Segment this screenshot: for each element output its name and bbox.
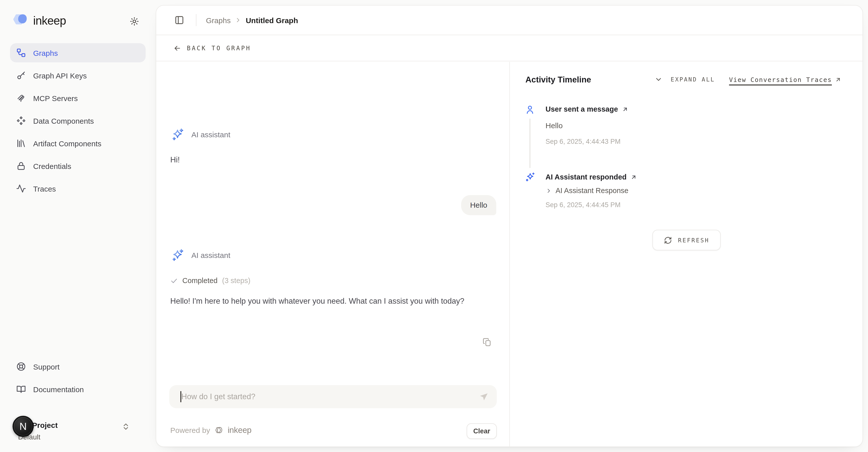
assistant-message: Hi! — [170, 156, 180, 164]
sidebar-item-documentation[interactable]: Documentation — [10, 379, 146, 399]
user-message-bubble: Hello — [461, 195, 496, 215]
sidebar-item-graph-api-keys[interactable]: Graph API Keys — [10, 66, 146, 85]
copy-button[interactable] — [481, 336, 493, 348]
component-icon — [16, 116, 26, 126]
inkeep-mark-icon — [214, 425, 223, 435]
sidebar-item-label: Graphs — [33, 49, 58, 57]
entry-title-text: User sent a message — [546, 105, 618, 113]
nextjs-dev-badge[interactable]: N — [12, 416, 34, 437]
sidebar-item-label: Traces — [33, 184, 56, 193]
back-to-graph-label: BACK TO GRAPH — [187, 45, 251, 52]
send-icon — [478, 391, 490, 403]
sidebar-item-support[interactable]: Support — [10, 357, 146, 376]
powered-by-brand: inkeep — [227, 425, 251, 435]
timeline-entry-timestamp: Sep 6, 2025, 4:44:43 PM — [546, 138, 621, 145]
timeline-entry-body: Hello — [546, 121, 563, 130]
breadcrumb-graphs[interactable]: Graphs — [206, 16, 230, 24]
content-columns: AI assistant Hi! Hello — [156, 62, 863, 448]
panel-left-icon — [174, 15, 184, 25]
life-buoy-icon — [16, 362, 26, 372]
inkeep-logo-mark-icon — [12, 13, 29, 28]
assistant-message-header: AI assistant — [171, 248, 230, 262]
arrow-up-right-icon — [622, 106, 629, 112]
project-switcher[interactable]: Default Project N — [0, 411, 156, 443]
powered-by[interactable]: Powered by inkeep — [170, 425, 251, 435]
timeline-entry-title[interactable]: AI Assistant responded — [546, 173, 637, 181]
assistant-label: AI assistant — [191, 130, 230, 139]
refresh-label: REFRESH — [678, 236, 710, 244]
avatar-letter: N — [20, 421, 27, 432]
arrow-left-icon — [173, 44, 181, 52]
status-steps: (3 steps) — [222, 277, 250, 285]
clear-button[interactable]: Clear — [467, 423, 497, 439]
view-traces-label: View Conversation Traces — [729, 76, 832, 83]
sidebar-item-label: Graph API Keys — [33, 71, 87, 80]
library-icon — [16, 138, 26, 148]
arrow-up-right-icon — [631, 174, 637, 180]
timeline-entry-title[interactable]: User sent a message — [546, 105, 629, 113]
project-label: Project — [32, 421, 58, 429]
copy-icon — [482, 337, 492, 347]
timeline-header-actions: EXPAND ALL View Conversation Traces — [654, 76, 841, 83]
sidebar-item-data-components[interactable]: Data Components — [10, 111, 146, 130]
sparkles-avatar-icon — [171, 128, 185, 141]
header-divider — [196, 14, 196, 26]
timeline-entry-timestamp: Sep 6, 2025, 4:44:45 PM — [546, 201, 621, 209]
sidebar-item-mcp-servers[interactable]: MCP Servers — [10, 88, 146, 108]
breadcrumb: Graphs Untitled Graph — [206, 16, 298, 24]
sun-icon — [129, 16, 139, 26]
refresh-button[interactable]: REFRESH — [652, 230, 721, 250]
assistant-response-expander[interactable]: AI Assistant Response — [546, 187, 628, 195]
view-conversation-traces-link[interactable]: View Conversation Traces — [729, 76, 841, 83]
assistant-label: AI assistant — [191, 251, 230, 259]
chat-input[interactable] — [169, 385, 497, 408]
sidebar-item-graphs[interactable]: Graphs — [10, 43, 146, 62]
book-open-icon — [16, 384, 26, 394]
sidebar-item-label: Support — [33, 362, 60, 371]
arrow-up-right-icon — [835, 76, 841, 83]
assistant-message: Hello! I'm here to help you with whateve… — [170, 294, 499, 308]
send-button[interactable] — [478, 391, 490, 403]
workflow-icon — [16, 48, 26, 58]
app-root: inkeep Graphs — [0, 0, 868, 452]
lock-icon — [16, 161, 26, 171]
timeline-title: Activity Timeline — [525, 75, 591, 84]
user-icon — [525, 105, 535, 115]
sidebar-item-traces[interactable]: Traces — [10, 179, 146, 198]
check-icon — [170, 277, 178, 284]
breadcrumb-header: Graphs Untitled Graph — [156, 5, 863, 35]
activity-timeline-panel: Activity Timeline EXPAND ALL View Conver… — [510, 62, 864, 448]
powered-by-label: Powered by — [170, 426, 210, 434]
mcp-icon — [16, 93, 26, 103]
sidebar-item-label: MCP Servers — [33, 94, 78, 102]
back-to-graph-button[interactable]: BACK TO GRAPH — [173, 44, 251, 52]
chevron-down-icon — [654, 76, 662, 83]
theme-toggle-button[interactable] — [127, 13, 142, 29]
sidebar-toggle-button[interactable] — [172, 13, 186, 27]
collapse-toggle-button[interactable] — [654, 76, 662, 83]
breadcrumb-current: Untitled Graph — [246, 16, 298, 24]
sidebar-item-artifact-components[interactable]: Artifact Components — [10, 134, 146, 153]
assistant-message-header: AI assistant — [171, 128, 230, 141]
chevrons-up-down-icon — [122, 422, 130, 431]
back-toolbar: BACK TO GRAPH — [156, 36, 863, 61]
completion-status[interactable]: Completed (3 steps) — [170, 277, 250, 285]
expander-label: AI Assistant Response — [556, 187, 628, 195]
main-panel: Graphs Untitled Graph BACK TO GRAPH — [156, 5, 863, 447]
sidebar-item-credentials[interactable]: Credentials — [10, 157, 146, 175]
timeline-connector — [529, 119, 530, 168]
sidebar-item-label: Documentation — [33, 385, 84, 393]
text-caret — [180, 391, 181, 402]
refresh-icon — [664, 236, 672, 244]
sidebar-item-label: Data Components — [33, 116, 94, 125]
status-label: Completed — [182, 277, 217, 285]
expand-all-button[interactable]: EXPAND ALL — [671, 76, 715, 83]
sparkles-avatar-icon — [171, 248, 185, 262]
sidebar-nav: Graphs Graph API Keys — [10, 43, 146, 202]
chat-input-container — [169, 385, 497, 408]
sidebar-item-label: Credentials — [33, 162, 71, 170]
chat-panel: AI assistant Hi! Hello — [156, 62, 510, 448]
inkeep-logo[interactable]: inkeep — [12, 13, 66, 28]
chevron-right-icon — [235, 17, 242, 24]
inkeep-logo-text: inkeep — [33, 14, 66, 27]
